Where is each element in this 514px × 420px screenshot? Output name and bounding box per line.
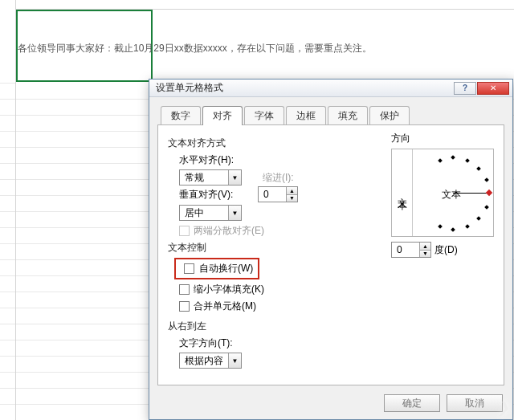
indent-label: 缩进(I): xyxy=(263,171,294,185)
alignment-panel: 文本对齐方式 水平对齐(H): 常规 ▼ 缩进(I): 垂直对齐(V): 0 xyxy=(157,124,504,385)
shrink-to-fit-checkbox[interactable] xyxy=(179,284,190,295)
format-cells-dialog: 设置单元格格式 ? ✕ 数字 对齐 字体 边框 填充 保护 文本对齐方式 水平对… xyxy=(149,79,513,420)
h-align-label: 水平对齐(H): xyxy=(179,153,234,167)
orientation-box[interactable]: 文本 文本 xyxy=(391,149,494,237)
dialog-title: 设置单元格格式 xyxy=(156,81,223,95)
wrap-text-label: 自动换行(W) xyxy=(199,262,253,275)
chevron-down-icon[interactable]: ▼ xyxy=(228,170,241,185)
h-align-combo[interactable]: 常规 ▼ xyxy=(179,169,242,186)
wrap-text-highlight: 自动换行(W) xyxy=(174,258,259,279)
orientation-center-text: 文本 xyxy=(442,188,461,202)
chevron-down-icon[interactable]: ▼ xyxy=(420,251,430,258)
ok-button[interactable]: 确定 xyxy=(384,394,440,412)
justify-distributed-checkbox xyxy=(179,226,190,236)
tab-strip: 数字 对齐 字体 边框 填充 保护 xyxy=(149,97,512,124)
chevron-down-icon[interactable]: ▼ xyxy=(228,206,241,220)
v-align-combo[interactable]: 居中 ▼ xyxy=(179,205,242,221)
orientation-vertical-text[interactable]: 文本 xyxy=(392,149,413,236)
orientation-dial[interactable]: 文本 xyxy=(413,149,493,236)
cell-content-text: 各位领导同事大家好：截止10月29日xx数据xxxxx，存在以下问题，需要重点关… xyxy=(18,42,363,55)
chevron-up-icon[interactable]: ▲ xyxy=(420,243,430,251)
tab-border[interactable]: 边框 xyxy=(286,106,326,125)
justify-distributed-label: 两端分散对齐(E) xyxy=(194,224,264,238)
shrink-to-fit-label: 缩小字体填充(K) xyxy=(194,283,264,296)
dialog-footer: 确定 取消 xyxy=(149,392,512,419)
tab-fill[interactable]: 填充 xyxy=(328,106,368,125)
orientation-label: 方向 xyxy=(391,132,496,145)
tab-alignment[interactable]: 对齐 xyxy=(202,106,243,125)
tab-protection[interactable]: 保护 xyxy=(369,106,410,125)
merge-cells-checkbox[interactable] xyxy=(179,301,190,312)
watermark: ❯ xyxy=(497,399,509,417)
h-align-value: 常规 xyxy=(180,171,228,185)
degree-value: 0 xyxy=(392,243,419,257)
chevron-up-icon[interactable]: ▲ xyxy=(287,187,297,195)
v-align-value: 居中 xyxy=(180,206,228,220)
chevron-down-icon[interactable]: ▼ xyxy=(228,353,241,368)
cancel-button[interactable]: 取消 xyxy=(447,394,503,412)
wrap-text-checkbox[interactable] xyxy=(184,263,194,274)
rtl-section-label: 从右到左 xyxy=(168,320,494,333)
row-header-col xyxy=(0,0,16,420)
col-header-row xyxy=(16,0,514,10)
indent-spinner[interactable]: 0 ▲▼ xyxy=(258,186,298,202)
chevron-down-icon[interactable]: ▼ xyxy=(287,195,297,202)
tab-font[interactable]: 字体 xyxy=(244,106,284,125)
degree-spinner[interactable]: 0 ▲▼ xyxy=(391,242,431,258)
orientation-needle[interactable] xyxy=(453,193,488,194)
help-button[interactable]: ? xyxy=(454,82,476,95)
indent-value: 0 xyxy=(259,187,286,202)
close-button[interactable]: ✕ xyxy=(477,82,509,95)
tab-number[interactable]: 数字 xyxy=(161,106,201,125)
text-direction-combo[interactable]: 根据内容 ▼ xyxy=(179,353,242,369)
merge-cells-label: 合并单元格(M) xyxy=(194,300,256,313)
degree-label: 度(D) xyxy=(434,243,458,257)
dialog-titlebar[interactable]: 设置单元格格式 ? ✕ xyxy=(149,80,512,97)
text-direction-value: 根据内容 xyxy=(180,354,228,368)
text-direction-label: 文字方向(T): xyxy=(179,336,233,350)
v-align-label: 垂直对齐(V): xyxy=(179,188,233,202)
